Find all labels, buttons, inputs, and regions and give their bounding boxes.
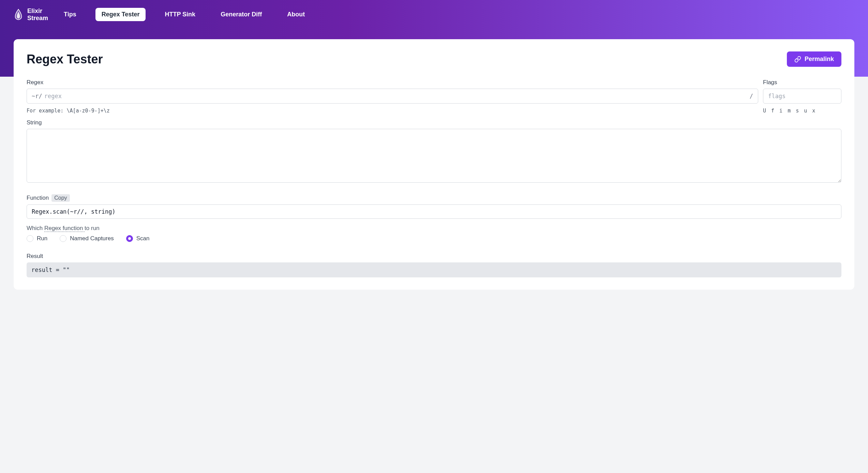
string-textarea[interactable]	[27, 129, 841, 183]
permalink-button[interactable]: Permalink	[787, 51, 841, 67]
radio-label: Named Captures	[70, 235, 114, 242]
regex-input[interactable]	[42, 93, 750, 100]
function-display: Regex.scan(~r//, string)	[27, 204, 841, 219]
radio-named-captures[interactable]: Named Captures	[60, 235, 114, 242]
nav-about[interactable]: About	[281, 8, 311, 21]
link-icon	[794, 56, 801, 63]
nav-http-sink[interactable]: HTTP Sink	[159, 8, 201, 21]
result-label: Result	[27, 253, 841, 260]
radio-label: Run	[37, 235, 47, 242]
nav-tips[interactable]: Tips	[58, 8, 83, 21]
brand-logo[interactable]: Elixir Stream	[14, 7, 48, 21]
primary-nav: Tips Regex Tester HTTP Sink Generator Di…	[58, 8, 311, 21]
result-display: result = ""	[27, 262, 841, 277]
nav-regex-tester[interactable]: Regex Tester	[95, 8, 146, 21]
radio-icon	[27, 235, 33, 242]
function-label: Function	[27, 195, 49, 201]
flags-label: Flags	[763, 79, 841, 86]
regex-prefix: ~r/	[32, 93, 42, 100]
radio-label: Scan	[136, 235, 150, 242]
flags-input[interactable]	[763, 89, 841, 104]
copy-button[interactable]: Copy	[51, 194, 70, 202]
regex-suffix: /	[750, 93, 753, 100]
flags-hint: U f i m s u x	[763, 108, 841, 114]
brand-name: Elixir Stream	[27, 7, 48, 21]
radio-icon	[60, 235, 66, 242]
regex-input-wrapper[interactable]: ~r/ /	[27, 89, 758, 104]
page-title: Regex Tester	[27, 52, 103, 66]
elixir-drop-icon	[14, 9, 23, 20]
which-function-text: Which Regex function to run	[27, 225, 841, 232]
nav-generator-diff[interactable]: Generator Diff	[214, 8, 268, 21]
regex-function-link[interactable]: Regex function	[44, 225, 85, 232]
radio-run[interactable]: Run	[27, 235, 47, 242]
radio-icon	[126, 235, 133, 242]
radio-scan[interactable]: Scan	[126, 235, 150, 242]
regex-label: Regex	[27, 79, 758, 86]
regex-hint: For example: \A[a-z0-9-]+\z	[27, 108, 758, 114]
string-label: String	[27, 119, 841, 126]
